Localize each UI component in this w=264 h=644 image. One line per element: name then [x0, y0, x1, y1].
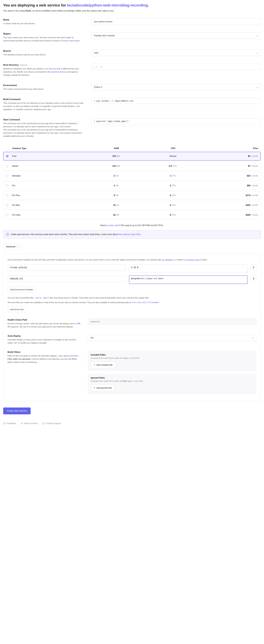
secret-intro-1: You can store secret files (like .env or… — [7, 296, 257, 300]
secret-intro-2: All secret files you create are availabl… — [7, 301, 257, 304]
branch-label: Branch — [3, 50, 85, 52]
instance-cpu: 2 CPU — [145, 184, 201, 187]
instance-name: Pro Ultra — [12, 214, 88, 216]
build-desc: This command runs in the root directory … — [3, 102, 85, 111]
chat-icon — [3, 422, 5, 425]
instance-row-starter[interactable]: Starter512 MB0.5 CPU$7 / month — [3, 162, 261, 170]
instance-name: Standard — [12, 175, 88, 177]
feedback-link[interactable]: Feedback — [3, 422, 16, 425]
create-web-service-button[interactable]: Create Web Service — [3, 408, 31, 414]
root-label: Root DirectoryOptional — [3, 64, 85, 66]
delete-env-var-button[interactable] — [251, 276, 257, 282]
env-label: Environment — [3, 84, 85, 87]
info-icon: i — [6, 233, 9, 236]
instance-cpu: 8 CPU — [145, 214, 201, 216]
support-link[interactable]: ? Contact Support — [42, 422, 61, 425]
instance-row-pro-plus[interactable]: Pro Plus8 GB4 CPU$175 / month — [3, 191, 261, 200]
filters-desc: Filter for files and paths to monitor fo… — [7, 354, 81, 364]
advanced-panel: Use environment variables to store API k… — [3, 254, 261, 401]
radio-icon — [6, 194, 8, 196]
instance-price: $225 / month — [201, 204, 258, 206]
env-key-input[interactable] — [7, 276, 126, 282]
instance-cpu: 1 CPU — [145, 175, 201, 177]
radio-icon — [6, 155, 8, 157]
filters-label: Build Filters — [7, 351, 81, 354]
start-label: Start Command — [3, 118, 85, 121]
root-input[interactable] — [91, 64, 261, 70]
start-input[interactable]: $gunicorn "app:create_app()" — [91, 118, 261, 124]
instance-cpu: 0.5 CPU — [145, 165, 201, 167]
included-paths-panel: Included Paths Changes that match these … — [88, 351, 257, 371]
instance-price: $450 / month — [201, 214, 258, 216]
instance-price: $175 / month — [201, 194, 258, 196]
env-key-input[interactable] — [7, 264, 126, 271]
add-ignored-path-button[interactable]: Add Ignored Path — [91, 384, 115, 391]
instance-ram: 8 GB — [88, 194, 145, 196]
instance-price: $7 / month — [201, 165, 258, 167]
radio-icon — [6, 175, 8, 177]
advanced-toggle[interactable]: Advanced — [3, 244, 21, 250]
env-select[interactable]: Python 3 — [91, 84, 261, 90]
instance-row-pro-ultra[interactable]: Pro Ultra32 GB8 CPU$450 / month — [3, 211, 261, 219]
health-label: Health Check Path — [7, 318, 81, 321]
build-label: Build Command — [3, 98, 85, 101]
instance-ram: 512 MB — [88, 155, 145, 157]
build-input[interactable]: $pip install -r requirements.txt — [91, 98, 261, 104]
footer: Feedback Invite a Friend ? Contact Suppo… — [3, 420, 261, 425]
instance-row-standard[interactable]: Standard2 GB1 CPU$25 / month — [3, 172, 261, 180]
branch-desc: The repository branch used for your web … — [3, 53, 85, 56]
instance-row-free[interactable]: Free512 MBShared$0 / month — [3, 152, 261, 160]
autodeploy-select[interactable]: Yes — [88, 335, 257, 341]
free-limits-link[interactable]: free instance type limits — [118, 233, 140, 236]
ignored-desc: Changes that match these paths will not … — [91, 380, 254, 382]
instance-ram: 16 GB — [88, 204, 145, 206]
autodeploy-desc: Automatic deploy on every push to your r… — [7, 338, 81, 344]
instance-price: $0 / month — [201, 155, 258, 157]
env-var-row: 3.10.8 — [7, 264, 257, 273]
page-title: You are deploying a web service for tecl… — [3, 3, 261, 8]
env-desc: The runtime environment for your web ser… — [3, 88, 85, 91]
add-env-var-button[interactable]: Add Environment Variable — [7, 287, 35, 292]
svg-text:?: ? — [43, 423, 44, 424]
instance-row-pro[interactable]: Pro4 GB2 CPU$85 / month — [3, 182, 261, 190]
instance-price: $85 / month — [201, 184, 258, 187]
env-var-row: mongodb+srv://your-uri-here — [7, 276, 257, 284]
instance-cpu: 4 CPU — [145, 194, 201, 196]
free-tier-banner: i Unlike paid services, free services sc… — [3, 230, 261, 238]
health-desc: If you're running a server, enter the pa… — [7, 322, 81, 328]
instance-name: Pro Max — [12, 204, 88, 206]
ignored-title: Ignored Paths — [91, 377, 254, 379]
instance-cpu: 4 CPU — [145, 204, 201, 206]
collapse-icon — [16, 246, 18, 248]
instance-ram: 2 GB — [88, 175, 145, 177]
env-intro: Use environment variables to store API k… — [7, 258, 257, 261]
add-secret-file-button[interactable]: Add Secret File — [7, 306, 26, 312]
root-desc: Defaults to repository root. When you sp… — [3, 67, 85, 77]
health-input[interactable] — [88, 318, 257, 325]
instance-name: Starter — [12, 165, 88, 167]
radio-icon — [6, 184, 8, 187]
env-value-input[interactable]: 3.10.8 — [129, 264, 248, 273]
env-value-input[interactable]: mongodb+srv://your-uri-here — [129, 276, 248, 284]
branch-select[interactable]: main — [91, 50, 261, 56]
name-input[interactable] — [91, 18, 261, 25]
start-desc2: This command runs in the root directory … — [3, 128, 85, 138]
instance-ram: 512 MB — [88, 165, 145, 167]
invite-link[interactable]: Invite a Friend — [20, 422, 37, 425]
add-included-path-button[interactable]: Add Included Path — [91, 362, 116, 368]
region-label: Region — [3, 32, 85, 35]
delete-env-var-button[interactable] — [251, 264, 257, 270]
repo-link[interactable]: tecladocode/python-web-microblog-recordi… — [67, 3, 148, 7]
instance-ram: 4 GB — [88, 184, 145, 187]
instance-ram: 32 GB — [88, 214, 145, 216]
instance-name: Free — [12, 155, 88, 157]
instance-name: Pro — [12, 184, 88, 187]
included-desc: Changes that match these paths will trig… — [91, 357, 254, 359]
custom-plan-link[interactable]: custom plan — [108, 224, 119, 226]
instance-row-pro-max[interactable]: Pro Max16 GB4 CPU$225 / month — [3, 201, 261, 210]
help-icon: ? — [42, 422, 45, 425]
region-select[interactable]: Frankfurt (EU Central) — [91, 32, 261, 39]
autodeploy-label: Auto-Deploy — [7, 335, 81, 337]
ignored-paths-panel: Ignored Paths Changes that match these p… — [88, 374, 257, 394]
instance-price: $25 / month — [201, 175, 258, 177]
